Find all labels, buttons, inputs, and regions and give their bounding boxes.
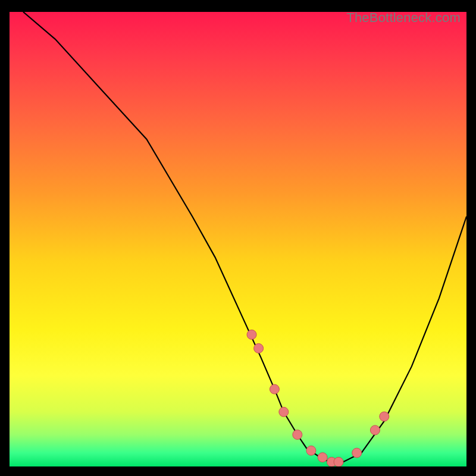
marker-point [293, 430, 302, 440]
bottleneck-curve [23, 12, 466, 462]
marker-point [370, 425, 380, 435]
watermark-text: TheBottleneck.com [346, 10, 461, 26]
marker-point [318, 453, 327, 462]
marker-point [270, 384, 279, 394]
curve-layer [10, 12, 466, 466]
marker-point [380, 412, 389, 421]
marker-point [247, 330, 256, 339]
chart-frame: TheBottleneck.com [10, 12, 466, 466]
marker-point [306, 446, 316, 455]
marker-point [334, 457, 343, 466]
marker-point [279, 407, 289, 416]
curve-markers [247, 330, 389, 466]
marker-point [352, 448, 362, 458]
marker-point [254, 343, 264, 353]
